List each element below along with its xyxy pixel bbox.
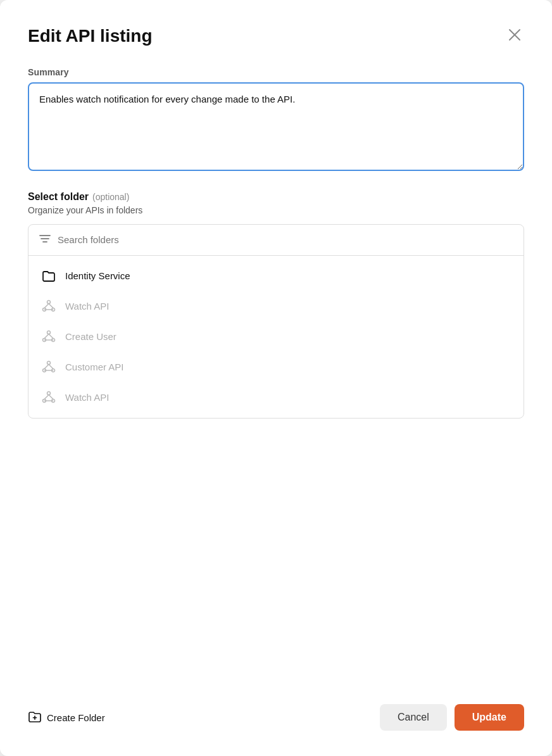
svg-line-15 [49,334,53,338]
svg-point-5 [47,300,51,303]
api-icon [41,390,56,405]
folder-section: Select folder (optional) Organize your A… [28,191,524,419]
svg-line-26 [44,394,49,399]
list-item[interactable]: Watch API [28,382,524,413]
modal-footer: Create Folder Cancel Update [28,684,524,731]
svg-line-27 [49,394,53,399]
svg-line-20 [44,364,49,369]
api-icon [41,299,56,314]
summary-label: Summary [28,67,524,77]
modal-dialog: Edit API listing Summary Enables watch n… [0,0,552,756]
create-folder-icon [28,710,42,726]
list-item[interactable]: Watch API [28,291,524,322]
folder-section-subtitle: Organize your APIs in folders [28,205,524,215]
search-filter-icon [39,232,51,248]
folder-item[interactable]: Identity Service [28,261,524,291]
search-input[interactable] [58,234,513,245]
folder-item-label: Watch API [65,301,109,312]
create-folder-button[interactable]: Create Folder [28,710,105,726]
folder-item-label: Watch API [65,392,109,403]
svg-line-9 [49,303,53,308]
list-item[interactable]: Create User [28,322,524,352]
api-icon [41,329,56,344]
modal-header: Edit API listing [28,25,524,47]
svg-line-14 [44,334,49,338]
close-button[interactable] [505,25,524,44]
folder-section-title: Select folder [28,191,89,203]
api-icon [41,360,56,375]
folder-icon [41,268,56,284]
close-icon [508,28,522,42]
svg-line-21 [49,364,53,369]
folder-item-label: Customer API [65,362,124,372]
summary-textarea[interactable]: Enables watch notification for every cha… [28,82,524,171]
svg-line-8 [44,303,49,308]
folder-item-label: Identity Service [65,270,130,281]
folder-section-header: Select folder (optional) [28,191,524,203]
svg-point-11 [47,331,51,334]
folder-items-list: Identity Service Watch A [28,256,524,418]
svg-point-23 [47,391,51,394]
search-row [28,225,524,256]
footer-actions: Cancel Update [380,704,524,731]
modal-title: Edit API listing [28,25,153,47]
folder-item-label: Create User [65,331,116,342]
summary-section: Summary Enables watch notification for e… [28,67,524,173]
create-folder-label: Create Folder [47,712,105,723]
update-button[interactable]: Update [455,704,524,731]
folder-section-optional: (optional) [92,192,129,202]
list-item[interactable]: Customer API [28,352,524,382]
folder-list-container: Identity Service Watch A [28,224,524,419]
cancel-button[interactable]: Cancel [380,704,447,731]
svg-point-17 [47,361,51,364]
